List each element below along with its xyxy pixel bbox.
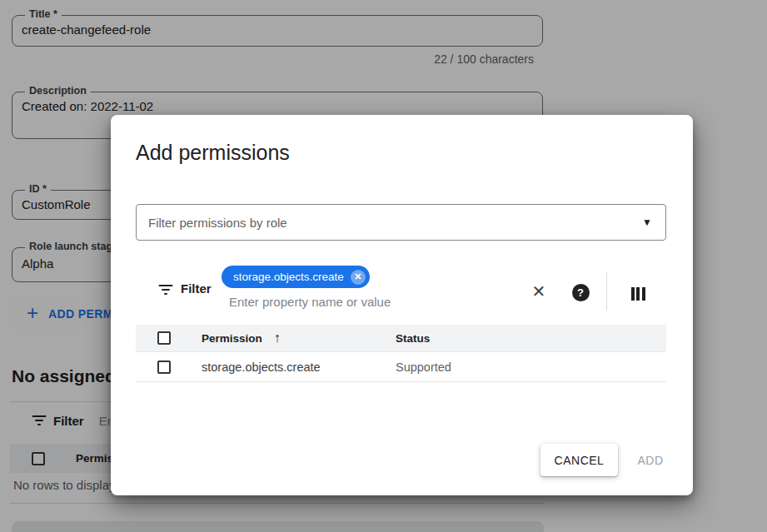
clear-filters-icon[interactable]: ✕ [529, 281, 549, 301]
table-row[interactable]: storage.objects.create Supported [136, 353, 666, 382]
role-filter-dropdown-placeholder: Filter permissions by role [148, 216, 642, 230]
chevron-down-icon: ▼ [642, 216, 652, 228]
permission-cell: storage.objects.create [202, 360, 321, 374]
dialog-filter-input[interactable] [229, 295, 504, 309]
cancel-button[interactable]: CANCEL [540, 444, 618, 476]
status-cell: Supported [396, 360, 451, 374]
filter-icon [158, 285, 172, 296]
select-all-checkbox[interactable] [157, 331, 171, 345]
add-permissions-dialog: Add permissions Filter permissions by ro… [111, 115, 693, 495]
column-display-options-icon[interactable] [628, 284, 648, 304]
filter-chip-label: storage.objects.create [233, 271, 344, 283]
help-icon[interactable]: ? [570, 282, 590, 302]
dialog-table-header: Permission ↑ Status [136, 325, 666, 352]
add-button[interactable]: ADD [621, 444, 680, 476]
divider [606, 271, 607, 311]
row-checkbox[interactable] [157, 360, 171, 374]
filter-chip[interactable]: storage.objects.create ✕ [222, 266, 370, 288]
dialog-title: Add permissions [136, 141, 290, 165]
status-column-header: Status [396, 332, 430, 345]
sort-ascending-icon[interactable]: ↑ [274, 331, 281, 346]
permission-column-header: Permission [202, 332, 262, 345]
chip-remove-icon[interactable]: ✕ [351, 270, 366, 285]
filter-label: Filter [181, 281, 212, 296]
screen: Title * create-changefeed-role 22 / 100 … [0, 0, 767, 532]
role-filter-dropdown[interactable]: Filter permissions by role ▼ [136, 204, 666, 241]
